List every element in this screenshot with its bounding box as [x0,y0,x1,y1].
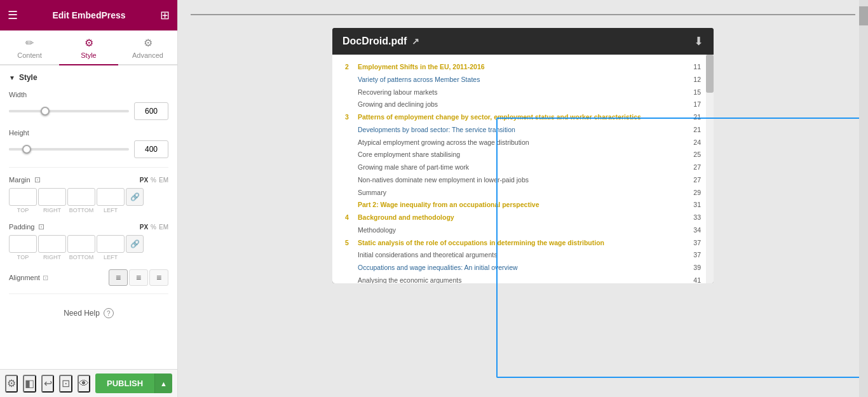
toc-row: Occupations and wage inequalities: An in… [345,263,701,273]
align-center-button[interactable]: ≡ [129,269,148,286]
layers-icon-button[interactable]: ◧ [23,375,36,393]
toc-row: 4Background and methodology33 [345,213,701,223]
align-left-button[interactable]: ≡ [109,269,128,286]
publish-button[interactable]: PUBLISH [95,373,154,393]
toc-page: 11 [686,62,701,72]
toc-row: Variety of patterns across Member States… [345,75,701,85]
height-input[interactable]: 400 [134,140,168,158]
padding-labels: TOP RIGHT BOTTOM LEFT [9,254,168,260]
margin-left-label: LEFT [97,207,125,213]
toc-page: 39 [686,263,701,273]
panel-resize-handle[interactable] [174,0,180,397]
height-slider-row: 400 [9,140,168,158]
tab-advanced[interactable]: ⚙ Advanced [118,30,177,65]
margin-left-input[interactable] [97,188,125,206]
tab-advanced-label: Advanced [132,51,163,59]
toc-title: Summary [358,188,686,198]
panel-content: ▼ Style Width 600 Height 400 [0,65,177,369]
width-label: Width [9,91,168,98]
margin-unit-pct[interactable]: % [151,177,156,184]
margin-top-input[interactable] [9,188,37,206]
height-slider-thumb[interactable] [22,145,31,154]
toc-page: 24 [686,138,701,148]
padding-unit-em[interactable]: EM [159,224,168,231]
eye-icon-button[interactable]: 👁 [78,375,90,393]
padding-link-button[interactable]: 🔗 [126,235,144,253]
pdf-external-link-icon[interactable]: ↗ [412,36,419,46]
padding-unit-pct[interactable]: % [151,224,156,231]
toc-row: Developments by broad sector: The servic… [345,125,701,135]
width-input[interactable]: 600 [134,102,168,120]
padding-left-input[interactable] [97,235,125,253]
padding-right-input[interactable] [38,235,66,253]
align-right-button[interactable]: ≡ [149,269,168,286]
grid-icon[interactable]: ⊞ [160,8,170,22]
height-slider-track[interactable] [9,148,129,151]
margin-right-label: RIGHT [38,207,66,213]
pdf-title-area: DocDroid.pdf ↗ [342,36,419,47]
margin-bottom-label: BOTTOM [67,207,95,213]
width-slider-track[interactable] [9,110,129,112]
alignment-buttons: ≡ ≡ ≡ [109,269,168,286]
toc-title: Non-natives dominate new employment in l… [358,175,686,185]
toc-page: 15 [686,88,701,98]
toc-page: 21 [686,125,701,135]
bottom-bar: ⚙ ◧ ↩ ⊡ 👁 PUBLISH ▲ [0,369,177,397]
toc-page: 37 [686,238,701,248]
pdf-toc[interactable]: 2Employment Shifts in the EU, 2011-20161… [332,55,714,283]
width-slider-thumb[interactable] [41,107,50,116]
toc-page: 27 [686,163,701,173]
tab-style[interactable]: ⚙ Style [59,30,118,65]
publish-arrow-button[interactable]: ▲ [154,373,172,393]
padding-top-label: TOP [9,254,37,260]
padding-top-input[interactable] [9,235,37,253]
padding-units: PX % EM [140,224,168,231]
divider-2 [9,293,168,294]
toc-title: Methodology [358,225,686,236]
pdf-scrollbar[interactable] [706,55,714,283]
margin-units: PX % EM [140,177,168,184]
settings-icon-button[interactable]: ⚙ [5,375,18,393]
toc-title: Part 2: Wage inequality from an occupati… [358,200,686,210]
toc-number: 2 [345,62,358,72]
margin-row: Margin ⊡ PX % EM [9,175,168,184]
margin-label: Margin [9,176,31,184]
margin-link-icon: ⊡ [34,175,41,184]
toc-title: Recovering labour markets [358,88,686,98]
pdf-download-icon[interactable]: ⬇ [694,34,703,48]
toc-page: 34 [686,225,701,236]
margin-unit-em[interactable]: EM [159,177,168,184]
margin-link-button[interactable]: 🔗 [126,188,144,206]
toc-row: Analysing the economic arguments41 [345,276,701,283]
margin-unit-px[interactable]: PX [140,177,148,184]
toc-row: Summary29 [345,188,701,198]
page-scrollbar-thumb[interactable] [859,6,868,25]
alignment-monitor-icon: ⊡ [43,274,48,282]
style-section-header[interactable]: ▼ Style [9,73,168,82]
margin-labels: TOP RIGHT BOTTOM LEFT [9,207,168,213]
pdf-scrollbar-thumb[interactable] [706,55,714,93]
padding-unit-px[interactable]: PX [140,224,148,231]
tab-content-label: Content [17,51,42,59]
pdf-title: DocDroid.pdf [342,36,407,47]
need-help[interactable]: Need Help ? [9,302,168,325]
pdf-widget: DocDroid.pdf ↗ ⬇ 2Employment Shifts in t… [332,28,714,283]
undo-icon-button[interactable]: ↩ [41,375,54,393]
margin-bottom-input[interactable] [67,188,95,206]
padding-inputs-row: 🔗 [9,235,168,253]
margin-right-input[interactable] [38,188,66,206]
height-label: Height [9,129,168,137]
responsive-icon-button[interactable]: ⊡ [59,375,72,393]
hamburger-icon[interactable]: ☰ [8,8,18,22]
content-tab-icon: ✏ [25,37,34,49]
toc-row: 2Employment Shifts in the EU, 2011-20161… [345,62,701,72]
page-scrollbar[interactable] [859,0,868,397]
toc-row: Initial considerations and theoretical a… [345,250,701,260]
padding-bottom-input[interactable] [67,235,95,253]
width-field: Width 600 [9,91,168,120]
padding-right-label: RIGHT [38,254,66,260]
tab-content[interactable]: ✏ Content [0,30,59,65]
toc-page: 41 [686,276,701,283]
toc-row: 5Static analysis of the role of occupati… [345,238,701,248]
toc-page: 29 [686,188,701,198]
